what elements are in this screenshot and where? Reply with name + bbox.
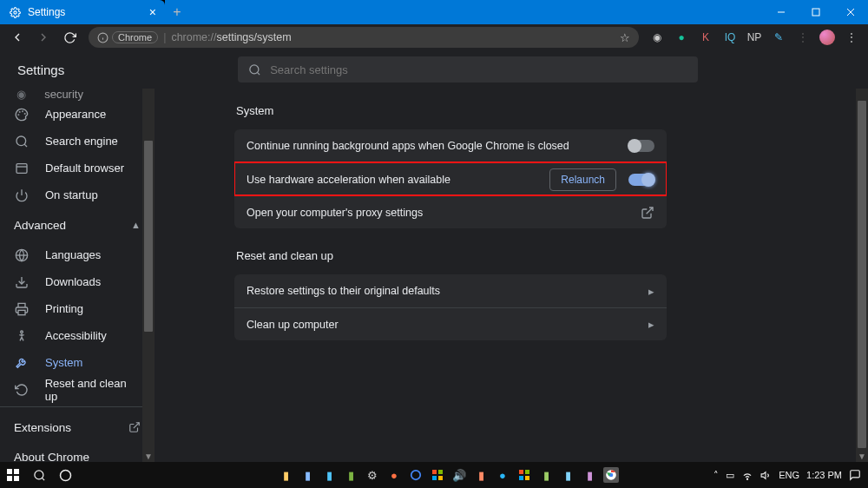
relaunch-button[interactable]: Relaunch: [549, 168, 616, 191]
main-scrollbar-thumb[interactable]: [858, 101, 866, 448]
mail-icon[interactable]: ▮: [321, 467, 337, 483]
sidebar-item-label: System: [45, 356, 82, 369]
start-button[interactable]: [0, 462, 26, 488]
battery-icon[interactable]: ▭: [726, 470, 734, 481]
url-input[interactable]: Chrome | chrome://settings/system ☆: [89, 27, 639, 48]
search-icon: [248, 63, 261, 76]
sidebar-item-on-startup[interactable]: On startup: [0, 181, 155, 208]
sidebar-item-languages[interactable]: Languages: [0, 241, 155, 268]
chrome-menu-button[interactable]: ⋮: [840, 28, 863, 47]
tray-chevron-icon[interactable]: ˄: [713, 470, 719, 481]
sidebar-item-downloads[interactable]: Downloads: [0, 268, 155, 295]
reload-button[interactable]: [57, 25, 82, 49]
np-extension-icon[interactable]: NP: [743, 28, 766, 47]
power-icon: [14, 188, 30, 202]
restore-icon: [14, 383, 30, 397]
sidebar-extensions-link[interactable]: Extensions: [0, 411, 155, 444]
firefox-icon[interactable]: ●: [386, 467, 402, 483]
ms2-icon[interactable]: [516, 467, 532, 483]
wifi-icon[interactable]: [741, 469, 753, 481]
app2-icon[interactable]: ▮: [473, 467, 489, 483]
address-bar: Chrome | chrome://settings/system ☆ ◉ ● …: [0, 24, 868, 50]
sidebar-advanced-toggle[interactable]: Advanced ▲: [0, 208, 155, 241]
sidebar-scrollbar-thumb[interactable]: [144, 141, 153, 332]
svg-point-10: [23, 111, 23, 112]
main-scrollbar-track[interactable]: [856, 89, 868, 462]
row-restore-defaults[interactable]: Restore settings to their original defau…: [234, 274, 667, 307]
titlebar-drag-area[interactable]: [189, 0, 764, 24]
sidebar-item-system[interactable]: System: [0, 349, 155, 376]
external-link-icon: [641, 206, 654, 220]
volume-icon[interactable]: 🔊: [451, 467, 467, 483]
scroll-down-arrow[interactable]: ▼: [142, 450, 155, 462]
toggle-hardware-acceleration[interactable]: [628, 174, 654, 186]
browser-tab[interactable]: Settings ×: [0, 0, 165, 24]
settings-icon[interactable]: ⚙: [365, 467, 380, 483]
svg-rect-41: [525, 476, 529, 480]
bookmark-star-icon[interactable]: ☆: [620, 31, 630, 44]
sidebar-scrollbar-track[interactable]: [142, 89, 155, 462]
reset-section-title: Reset and clean up: [236, 249, 667, 262]
external-link-icon: [128, 421, 141, 433]
maximize-button[interactable]: [799, 0, 833, 24]
sidebar-about-chrome[interactable]: About Chrome: [0, 444, 155, 462]
pen-extension-icon[interactable]: ✎: [767, 28, 790, 47]
clock[interactable]: 1:23 PM: [806, 470, 842, 480]
shield-icon: ◉: [14, 89, 29, 101]
ms-icon[interactable]: [430, 467, 445, 483]
minimize-button[interactable]: [764, 0, 799, 24]
row-background-apps[interactable]: Continue running background apps when Go…: [234, 129, 667, 162]
sidebar-item-reset[interactable]: Reset and clean up: [0, 376, 155, 403]
search-button[interactable]: [26, 462, 52, 488]
row-proxy-settings[interactable]: Open your computer's proxy settings: [234, 195, 667, 228]
camera-extension-icon[interactable]: ◉: [646, 28, 668, 47]
extensions-label: Extensions: [14, 421, 71, 434]
settings-search[interactable]: [238, 56, 698, 82]
cortana-button[interactable]: [52, 462, 78, 488]
sound-icon[interactable]: [760, 470, 772, 481]
page-title: Settings: [17, 63, 64, 77]
app-icon[interactable]: ▮: [343, 467, 358, 483]
store-icon[interactable]: ▮: [299, 467, 315, 483]
svg-point-32: [60, 470, 70, 480]
chrome-taskbar-icon[interactable]: [603, 467, 619, 483]
close-window-button[interactable]: [833, 0, 868, 24]
globe-icon: [14, 248, 30, 262]
row-label: Restore settings to their original defau…: [247, 285, 440, 297]
forward-button[interactable]: [31, 25, 56, 49]
sidebar-item-printing[interactable]: Printing: [0, 295, 155, 322]
edge-icon[interactable]: ●: [495, 467, 510, 483]
back-button[interactable]: [5, 25, 30, 49]
sidebar-item-privacy[interactable]: ◉ Privacy and security: [0, 89, 155, 101]
main-scroll-down-arrow[interactable]: ▼: [856, 450, 868, 462]
close-tab-button[interactable]: ×: [149, 5, 156, 19]
accessibility-icon: [14, 329, 30, 343]
window-titlebar: Settings × +: [0, 0, 868, 24]
sidebar-item-default-browser[interactable]: Default browser: [0, 155, 155, 181]
new-tab-button[interactable]: +: [165, 0, 189, 24]
iq-extension-icon[interactable]: IQ: [719, 28, 741, 47]
app3-icon[interactable]: ▮: [538, 467, 554, 483]
print-icon: [14, 302, 30, 316]
notifications-icon[interactable]: [849, 469, 861, 481]
explorer-icon[interactable]: ▮: [278, 467, 293, 483]
app4-icon[interactable]: ▮: [560, 467, 575, 483]
row-hardware-acceleration[interactable]: Use hardware acceleration when available…: [234, 162, 667, 195]
row-cleanup-computer[interactable]: Clean up computer ▸: [234, 307, 667, 340]
gear-icon: [9, 6, 21, 18]
svg-rect-38: [519, 470, 523, 474]
system-card: Continue running background apps when Go…: [234, 129, 667, 228]
sidebar-item-search-engine[interactable]: Search engine: [0, 128, 155, 155]
profile-avatar[interactable]: [816, 28, 838, 47]
sidebar-item-appearance[interactable]: Appearance: [0, 101, 155, 128]
k-extension-icon[interactable]: K: [694, 28, 717, 47]
grammarly-extension-icon[interactable]: ●: [670, 28, 693, 47]
settings-search-input[interactable]: [270, 63, 687, 76]
language-indicator[interactable]: ENG: [779, 470, 799, 480]
google-icon[interactable]: [408, 467, 424, 483]
settings-main: ▲ ▼ System Continue running background a…: [155, 89, 868, 462]
addr-separator: |: [163, 31, 166, 43]
toggle-background-apps[interactable]: [628, 140, 654, 152]
sidebar-item-accessibility[interactable]: Accessibility: [0, 322, 155, 349]
app5-icon[interactable]: ▮: [582, 467, 597, 483]
